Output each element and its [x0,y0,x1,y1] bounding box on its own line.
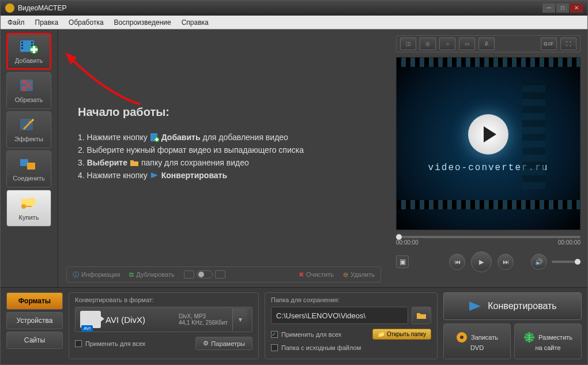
svg-point-28 [460,336,463,339]
play-arrow-icon [468,300,482,312]
close-button[interactable]: ✕ [570,3,583,13]
format-detail-2: 44,1 KHz, 256Кбит [179,319,228,326]
sidebar-effects-button[interactable]: Эффекты [6,111,51,148]
speed-tool-button[interactable]: ᕕ [478,37,495,50]
enhance-tool-button[interactable]: ◎ [420,37,436,50]
open-folder-button[interactable]: 📁 Открыть папку [372,329,431,340]
prev-button[interactable]: ⏮ [449,254,465,270]
svg-rect-13 [20,119,33,130]
burn-dvd-button[interactable]: Записать DVD [443,323,511,359]
play-button[interactable]: ▶ [471,251,492,272]
svg-rect-16 [27,163,35,170]
getstarted-line-4: 4. Нажмите кнопку Конвертировать [78,171,381,180]
folder-icon [130,158,139,167]
folder-open-icon [416,311,427,319]
menu-edit[interactable]: Правка [35,18,59,27]
menu-help[interactable]: Справка [182,18,209,27]
svg-rect-2 [21,44,23,46]
browse-folder-button[interactable] [412,307,431,324]
grid-view-icon [215,270,225,279]
duplicate-button[interactable]: ⧉Дублировать [129,271,174,279]
tab-formats[interactable]: Форматы [6,292,63,310]
sidebar-add-label: Добавить [15,57,43,64]
format-badge: AVI [81,325,93,332]
film-add-icon [18,39,39,55]
sidebar-join-button[interactable]: Соединить [6,150,51,187]
volume-slider[interactable] [552,261,581,263]
sidebar: Добавить Обрезать Эффекты Соединить [1,29,58,287]
getstarted-line-3: 3. Выберите папку для сохранения видео [78,158,381,167]
sidebar-effects-label: Эффекты [14,136,43,142]
parameters-button[interactable]: ⚙ Параметры [195,337,252,350]
folder-icon: 📁 [378,331,385,337]
delete-button[interactable]: ⊖Удалить [343,271,375,279]
format-detail-1: DivX, MP3 [179,313,228,319]
seek-slider[interactable] [396,236,581,238]
svg-rect-1 [21,42,23,43]
svg-rect-4 [31,42,33,43]
scissors-icon [18,78,39,94]
sidebar-buy-button[interactable]: Купить [6,190,51,227]
list-view-icon [184,270,194,279]
gear-icon: ⚙ [203,340,209,347]
time-total: 00:00:00 [558,239,581,246]
save-path-input[interactable]: C:\Users\LENOVO\Videos\ [271,307,408,324]
wand-icon [18,117,39,133]
play-arrow-icon [150,171,159,180]
sidebar-trim-button[interactable]: Обрезать [6,72,51,109]
save-apply-all-label: Применить для всех [281,331,341,338]
tab-devices[interactable]: Устройства [6,312,63,329]
save-label: Папка для сохранения: [271,296,431,303]
video-viewport[interactable]: video-converter.ru [396,57,581,230]
publish-online-button[interactable]: Разместить на сайте [514,323,582,359]
view-toggle[interactable] [184,270,225,279]
brightness-tool-button[interactable]: ☼ [439,37,455,50]
maximize-button[interactable]: □ [556,3,569,13]
sidebar-buy-label: Купить [19,214,39,221]
sidebar-trim-label: Обрезать [15,96,43,103]
list-actionbar: ⓘИнформация ⧉Дублировать ✖Очистить ⊖Удал… [66,266,381,283]
crop-tool-button[interactable]: ◫ [400,37,416,50]
preview-panel: ◫ ◎ ☼ ▭ ᕕ GIF ⛶ video-converter.ru 00:00 [389,29,587,287]
convert-panel: Конвертировать Записать DVD Разместить н… [443,292,582,359]
save-same-folder-checkbox[interactable] [271,344,278,351]
convert-button[interactable]: Конвертировать [443,292,582,320]
tab-sites[interactable]: Сайты [6,332,63,349]
svg-rect-9 [31,48,37,51]
info-button[interactable]: ⓘИнформация [73,270,120,279]
play-overlay-icon [468,114,508,155]
gif-button[interactable]: GIF [541,37,557,50]
svg-marker-25 [151,172,158,178]
volume-button[interactable]: 🔊 [531,254,547,270]
time-current: 00:00:00 [396,239,419,246]
next-button[interactable]: ⏭ [497,254,514,270]
minimize-button[interactable]: ─ [542,3,555,13]
trim-tool-button[interactable]: ▭ [459,37,475,50]
titlebar: ВидеоМАСТЕР ─ □ ✕ [1,1,587,16]
menu-file[interactable]: Файл [7,18,25,27]
fullscreen-button[interactable]: ⛶ [560,37,576,50]
menu-process[interactable]: Обработка [69,18,104,27]
filmstrip-decoration-bottom [397,200,580,209]
svg-rect-3 [21,47,23,49]
getstarted-line-2: 2. Выберите нужный формат видео из выпад… [78,145,381,155]
menu-play[interactable]: Воспроизведение [114,18,171,27]
ticket-key-icon [18,195,39,212]
menubar: Файл Правка Обработка Воспроизведение Сп… [1,16,587,29]
app-logo-icon [5,3,14,13]
globe-icon [523,332,535,343]
save-same-folder-label: Папка с исходным файлом [281,344,361,351]
play-controls: ▣ ⏮ ▶ ⏭ 🔊 [396,251,581,272]
main-area: Начало работы: 1. Нажмите кнопку Добавит… [58,29,389,287]
format-dropdown[interactable]: AVI AVI (DivX) DivX, MP3 44,1 KHz, 256Кб… [75,307,252,332]
filmstrip-decoration-top [397,58,580,67]
format-apply-all-label: Применить для всех [85,340,145,347]
snapshot-button[interactable]: ▣ [396,255,409,268]
sidebar-add-button[interactable]: Добавить [6,33,51,70]
clear-button[interactable]: ✖Очистить [299,271,334,279]
svg-rect-19 [25,206,32,207]
getstarted-title: Начало работы: [78,106,381,119]
format-apply-all-checkbox[interactable] [75,340,82,347]
save-apply-all-checkbox[interactable] [271,331,278,338]
svg-rect-15 [20,159,28,166]
